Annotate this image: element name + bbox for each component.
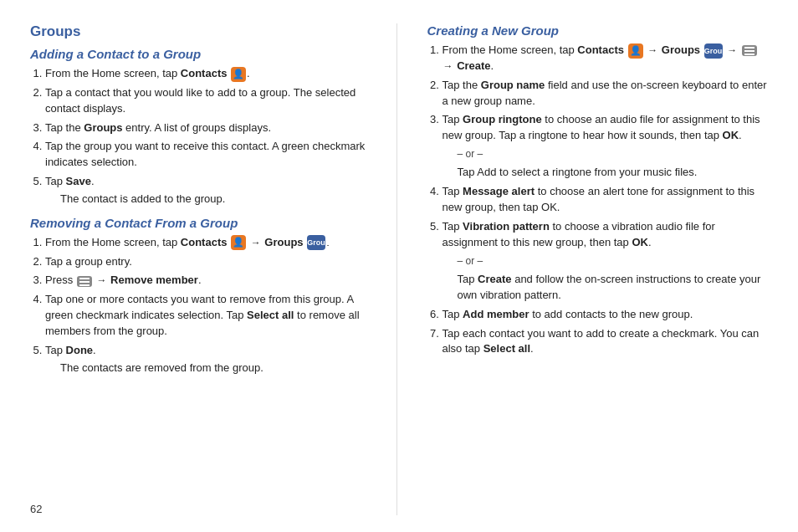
list-item: Tap Save. The contact is added to the gr… [45, 174, 371, 207]
menu-icon [77, 276, 92, 287]
step-note: The contact is added to the group. [60, 192, 371, 207]
groups-icon: Groups [704, 43, 723, 59]
list-item: Tap one or more contacts you want to rem… [45, 292, 371, 340]
list-item: Tap the group you want to receive this c… [45, 139, 371, 171]
contacts-icon [231, 235, 246, 250]
list-item: Tap Vibration pattern to choose a vibrat… [442, 219, 769, 304]
right-section-title: Creating a New Group [427, 23, 769, 38]
main-title: Groups [30, 23, 371, 40]
list-item: Press → Remove member. [45, 273, 371, 289]
list-item: Tap a group entry. [45, 254, 371, 270]
section2-title: Removing a Contact From a Group [30, 216, 371, 230]
list-item: Tap each contact you want to add to crea… [442, 326, 769, 358]
list-item: From the Home screen, tap Contacts → Gro… [442, 43, 769, 74]
list-item: Tap Group ringtone to choose an audio fi… [442, 112, 769, 181]
step-note: Tap Create and follow the on-screen inst… [458, 272, 769, 304]
groups-icon: Groups [307, 235, 325, 250]
step-note: Tap Add to select a ringtone from your m… [458, 165, 769, 181]
list-item: Tap a contact that you would like to add… [45, 85, 371, 117]
list-item: Tap Message alert to choose an alert ton… [442, 184, 769, 216]
list-item: From the Home screen, tap Contacts . [45, 66, 371, 82]
section2-list: From the Home screen, tap Contacts → Gro… [30, 235, 371, 376]
page-number: 62 [30, 503, 42, 515]
menu-icon [742, 45, 757, 56]
or-line: – or – [458, 254, 769, 269]
list-item: From the Home screen, tap Contacts → Gro… [45, 235, 371, 251]
list-item: Tap the Group name field and use the on-… [442, 78, 769, 110]
right-column: Creating a New Group From the Home scree… [397, 23, 769, 515]
list-item: Tap Done. The contacts are removed from … [45, 343, 371, 376]
left-column: Groups Adding a Contact to a Group From … [30, 23, 397, 515]
step-note: The contacts are removed from the group. [60, 361, 371, 376]
section1-list: From the Home screen, tap Contacts . Tap… [30, 66, 371, 207]
list-item: Tap Add member to add contacts to the ne… [442, 307, 769, 323]
or-line: – or – [458, 147, 769, 161]
list-item: Tap the Groups entry. A list of groups d… [45, 120, 371, 136]
contacts-icon [628, 43, 643, 59]
contacts-icon [231, 67, 246, 82]
section1-title: Adding a Contact to a Group [30, 47, 371, 61]
right-list: From the Home screen, tap Contacts → Gro… [427, 43, 769, 357]
